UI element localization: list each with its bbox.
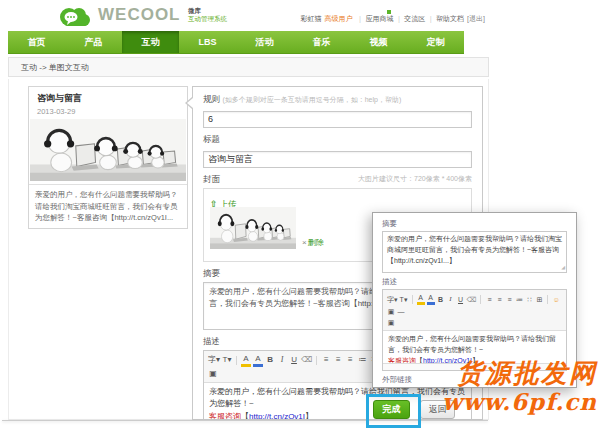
brand-subtitle: 微库 互动管理系统: [188, 7, 227, 23]
image-upload-icon[interactable]: ▣: [208, 369, 218, 379]
nav-item-home[interactable]: 首页: [8, 31, 65, 53]
header-link-1[interactable]: 应用商城: [365, 15, 393, 22]
nav-item-music[interactable]: 音乐: [293, 31, 350, 53]
dialog-summary-label: 摘要: [382, 219, 567, 229]
nav-item-interaction[interactable]: 互动: [122, 31, 179, 53]
click-highlight-annotation: [366, 394, 421, 428]
unordered-list-icon[interactable]: ∷: [525, 295, 533, 304]
remove-format-icon[interactable]: ⌫: [301, 355, 312, 365]
align-center-icon[interactable]: ≡: [495, 295, 503, 304]
underline-icon[interactable]: U: [457, 295, 465, 304]
table-icon[interactable]: ⊞: [535, 295, 543, 304]
font-color-icon[interactable]: A: [253, 354, 263, 367]
font-color-icon[interactable]: A: [427, 293, 435, 305]
preview-title: 咨询与留言: [37, 92, 179, 105]
nav-item-activity[interactable]: 活动: [236, 31, 293, 53]
align-left-icon[interactable]: ≡: [321, 355, 331, 365]
message-preview-card: 咨询与留言 2013-03-29 亲爱的用户，您有什么问题需要我帮助吗？请给我们…: [28, 86, 188, 229]
bold-icon[interactable]: B: [437, 295, 445, 304]
toolbar-separator: [412, 295, 413, 304]
font-family-select-icon[interactable]: 字▾: [208, 355, 220, 365]
separator: ｜: [357, 15, 364, 22]
user-name: 彩虹猫: [301, 15, 322, 22]
header-link-2[interactable]: 交流区: [404, 15, 425, 22]
bold-icon[interactable]: B: [265, 355, 275, 365]
dialog-description-label: 描述: [382, 277, 567, 287]
user-level-link[interactable]: 高级用户: [325, 15, 353, 22]
nav-item-product[interactable]: 产品: [65, 31, 122, 53]
tcn-link[interactable]: http://t.cn/zQv1I: [249, 412, 305, 420]
wecool-cloud-logo-icon: [56, 4, 94, 30]
horizontal-rule-icon[interactable]: —: [397, 307, 405, 316]
ordered-list-icon[interactable]: ≔: [357, 355, 367, 365]
font-size-select-icon[interactable]: T▾: [222, 355, 232, 365]
align-right-icon[interactable]: ≡: [345, 355, 355, 365]
rule-hint: (如多个规则对应一条互动请用逗号分隔，如：help，帮助): [222, 96, 401, 103]
image-upload-icon[interactable]: ▣: [387, 318, 395, 327]
toolbar-separator: [547, 295, 548, 304]
emoticon-icon[interactable]: ☺: [552, 295, 560, 304]
italic-icon[interactable]: I: [277, 355, 287, 365]
rule-label: 规则 (如多个规则对应一条互动请用逗号分隔，如：help，帮助): [203, 94, 472, 106]
nav-item-custom[interactable]: 定制: [407, 31, 464, 53]
page-header: WECOOL 微库 互动管理系统 彩虹猫高级用户｜应用商城｜交流区｜帮助文档[退…: [8, 2, 491, 31]
font-family-select-icon[interactable]: 字▾: [387, 295, 398, 304]
toolbar-separator: [316, 356, 317, 365]
rule-input[interactable]: [203, 111, 472, 128]
header-link-3[interactable]: 帮助文档: [436, 15, 464, 22]
italic-icon[interactable]: I: [447, 295, 455, 304]
cover-thumbnail: [210, 207, 296, 249]
title-label: 标题: [203, 134, 472, 146]
align-left-icon[interactable]: ≡: [485, 295, 493, 304]
underline-icon[interactable]: U: [289, 355, 299, 365]
header-links: 彩虹猫高级用户｜应用商城｜交流区｜帮助文档[退出]: [301, 14, 485, 24]
align-center-icon[interactable]: ≡: [333, 355, 343, 365]
red-highlight-text: 客服咨询: [388, 357, 416, 363]
textarea-resize-corner[interactable]: ◢: [561, 264, 565, 272]
red-highlight-text: 客服咨询: [209, 412, 241, 420]
delete-cover-button[interactable]: ×删除: [302, 237, 324, 248]
delete-icon: ×: [302, 238, 307, 247]
highlight-color-icon[interactable]: A: [417, 293, 425, 305]
dialog-editor-toolbar: 字▾T▾AABIU⌫≡≡≡≔∷⊞☺▣—▣: [383, 290, 566, 331]
cover-size-hint: 大图片建议尺寸：720像素 * 400像素: [358, 174, 472, 184]
cover-label: 大图片建议尺寸：720像素 * 400像素 封面: [203, 174, 472, 186]
image-icon[interactable]: ▣: [387, 307, 395, 316]
watermark: 货源批发网 www.6pf.cn: [442, 358, 597, 414]
nav-item-lbs[interactable]: LBS: [179, 31, 236, 53]
breadcrumb: 互动 -> 单图文互动: [8, 57, 489, 77]
separator: ｜: [395, 15, 402, 22]
ordered-list-icon[interactable]: ≔: [515, 295, 523, 304]
preview-summary: 亲爱的用户，您有什么问题需要我帮助吗？请给我们淘宝商城旺旺留言，我们会有专员为您…: [29, 184, 187, 228]
preview-date: 2013-03-29: [37, 107, 179, 116]
align-right-icon[interactable]: ≡: [505, 295, 513, 304]
nav-item-video[interactable]: 视频: [350, 31, 407, 53]
remove-format-icon[interactable]: ⌫: [467, 295, 477, 304]
toolbar-separator: [236, 356, 237, 365]
separator: ｜: [427, 15, 434, 22]
brand-wordmark: WECOOL: [98, 5, 181, 25]
dialog-summary-textarea[interactable]: 亲爱的用户，您有什么问题需要我帮助吗？请给我们淘宝商城阿里旺旺留言，我们会有专员…: [382, 231, 567, 273]
highlight-color-icon[interactable]: A: [241, 354, 251, 367]
preview-cover-image: [30, 119, 186, 181]
nav-bar: 首页产品互动LBS活动音乐视频定制: [8, 31, 464, 54]
brand-subtitle-cn: 微库: [188, 7, 227, 15]
title-input[interactable]: [203, 151, 472, 168]
watermark-line2: www.6pf.cn: [442, 389, 597, 414]
brand-subtitle-system: 互动管理系统: [188, 15, 227, 23]
watermark-line1: 货源批发网: [442, 358, 597, 389]
font-size-select-icon[interactable]: T▾: [400, 295, 408, 304]
logout-link[interactable]: [退出]: [467, 15, 485, 22]
toolbar-separator: [480, 295, 481, 304]
screenshot-root: WECOOL 微库 互动管理系统 彩虹猫高级用户｜应用商城｜交流区｜帮助文档[退…: [0, 0, 600, 428]
